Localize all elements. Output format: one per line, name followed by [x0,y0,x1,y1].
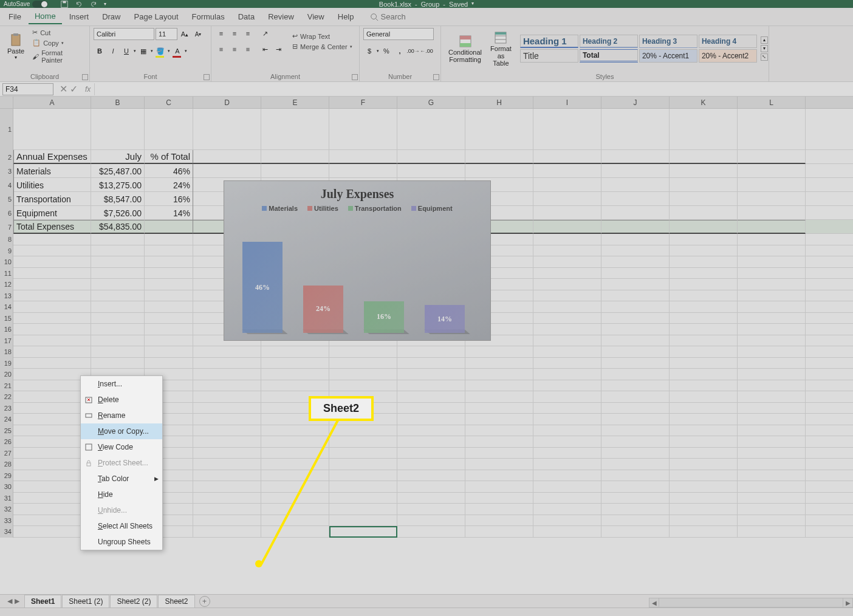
cell[interactable] [738,164,806,178]
cell[interactable] [738,178,806,192]
cell[interactable] [670,220,738,234]
cell[interactable] [397,493,465,504]
row-header[interactable]: 19 [0,358,13,369]
bold-button[interactable]: B [94,45,106,57]
align-left-icon[interactable]: ≡ [215,44,227,55]
cell[interactable] [13,380,91,392]
cell[interactable] [738,279,806,290]
cell[interactable]: July [91,150,145,164]
tab-page-layout[interactable]: Page Layout [128,10,185,24]
cell[interactable]: Annual Expenses [13,150,91,164]
cell[interactable]: 24% [145,178,193,192]
cm-tab-color[interactable]: Tab Color▶ [81,471,162,487]
row-header[interactable]: 6 [0,206,13,220]
row-header[interactable]: 10 [0,256,13,268]
cut-button[interactable]: ✂Cut [30,28,86,37]
cell[interactable] [738,526,806,538]
cell[interactable] [738,481,806,493]
cell[interactable] [465,526,533,538]
alignment-dialog-launcher[interactable] [352,74,358,80]
merge-center-button[interactable]: ⊟Merge & Center▾ [290,42,354,51]
cell[interactable] [738,436,806,448]
cell[interactable] [670,256,738,268]
row-header[interactable]: 2 [0,150,13,164]
cell[interactable] [670,279,738,290]
row-header[interactable]: 8 [0,234,13,245]
cell[interactable] [601,403,670,414]
cell[interactable] [738,414,806,425]
cell[interactable] [193,346,261,358]
name-box[interactable] [2,83,53,95]
cell[interactable] [533,164,601,178]
cell[interactable] [397,414,465,425]
cell[interactable] [13,391,91,403]
cell[interactable] [329,346,397,358]
cm-insert[interactable]: Insert... [81,376,162,392]
cell[interactable] [91,268,145,279]
cell[interactable] [397,436,465,448]
sheet-tab-2[interactable]: Sheet1 (2) [62,595,109,607]
cell[interactable] [533,346,601,358]
cell[interactable]: Utilities [13,178,91,192]
cell[interactable] [670,324,738,335]
horizontal-scrollbar[interactable]: ◀ ▶ [649,598,853,607]
cell[interactable] [670,414,738,425]
cell[interactable] [261,346,329,358]
cell[interactable] [601,245,670,257]
cell[interactable] [261,164,329,178]
increase-decimal-icon[interactable]: .00→ [407,45,419,57]
col-header-I[interactable]: I [533,97,601,108]
tab-file[interactable]: File [2,10,27,24]
cell[interactable] [329,369,397,380]
orientation-icon[interactable]: ↗ [259,28,271,39]
cell[interactable] [145,301,193,313]
cell[interactable] [13,493,91,504]
row-header[interactable]: 27 [0,448,13,459]
clipboard-dialog-launcher[interactable] [82,74,88,80]
cell[interactable] [738,459,806,470]
cell[interactable] [670,313,738,324]
cm-delete[interactable]: Delete [81,392,162,408]
cell[interactable] [738,256,806,268]
row-header[interactable]: 31 [0,493,13,504]
cell[interactable] [13,256,91,268]
cell[interactable] [13,313,91,324]
cell[interactable] [738,150,806,164]
cell[interactable] [13,358,91,369]
style-title[interactable]: Title [520,49,578,63]
cell[interactable] [397,425,465,437]
cell[interactable] [193,391,261,403]
cell[interactable] [397,459,465,470]
styles-more-icon[interactable]: ⤡ [761,53,768,61]
cell[interactable] [261,526,329,538]
underline-button[interactable]: U [120,45,132,57]
saved-dropdown-icon[interactable]: ▾ [471,1,474,8]
cell[interactable] [329,425,397,437]
cell[interactable]: Materials [13,164,91,178]
tab-data[interactable]: Data [232,10,261,24]
cell[interactable] [145,290,193,302]
cell[interactable] [601,346,670,358]
cell[interactable] [465,414,533,425]
increase-font-icon[interactable]: A▴ [179,28,191,40]
cell[interactable] [601,268,670,279]
cell[interactable] [465,164,533,178]
cell[interactable] [193,504,261,515]
cell[interactable] [670,164,738,178]
font-size-input[interactable] [156,28,177,40]
cell[interactable] [533,448,601,459]
row-header[interactable]: 11 [0,268,13,279]
cm-select-all[interactable]: Select All Sheets [81,518,162,534]
cell[interactable] [533,245,601,257]
cell[interactable] [533,425,601,437]
cell[interactable] [261,425,329,437]
cell[interactable] [145,313,193,324]
cell[interactable] [670,234,738,245]
cell[interactable] [601,391,670,403]
cell[interactable] [601,425,670,437]
cm-hide[interactable]: Hide [81,487,162,502]
cell[interactable] [601,436,670,448]
cm-view-code[interactable]: View Code [81,439,162,455]
cell[interactable] [533,206,601,220]
cell[interactable] [13,459,91,470]
